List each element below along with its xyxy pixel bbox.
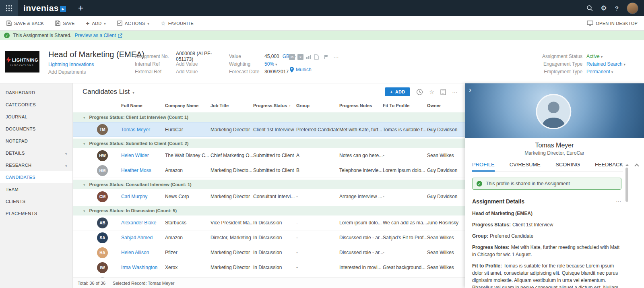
group-header-consultant-interview[interactable]: Progress Status: Consultant Interview (C… <box>73 180 465 189</box>
history-clock-icon[interactable] <box>416 89 423 95</box>
tab-profile[interactable]: PROFILE <box>472 162 495 172</box>
flag-icon[interactable] <box>324 54 328 60</box>
sidebar-item-notepad[interactable]: NOTEPAD <box>0 135 72 147</box>
sidebar-item-categories[interactable]: CATEGORIES <box>0 99 72 111</box>
candidate-row-alexander-blake[interactable]: AB Alexander Blake Starbucks Vice Presid… <box>73 215 465 230</box>
xing-icon[interactable]: x <box>297 54 303 60</box>
sidebar-item-documents[interactable]: DOCUMENTS <box>0 123 72 135</box>
external-link-icon <box>118 33 122 38</box>
column-header-progress-status[interactable]: Progress Status <box>253 103 296 108</box>
scroll-up-arrow[interactable] <box>625 164 629 166</box>
stats-icon[interactable] <box>306 54 312 60</box>
user-avatar[interactable] <box>627 2 638 14</box>
column-header-fit-to-profile[interactable]: Fit To Profile <box>383 103 427 108</box>
candidate-row-heather-moss[interactable]: HM Heather Moss Amazon Marketing Directo… <box>73 163 465 178</box>
add-dropdown-button[interactable]: + ADD <box>86 20 106 26</box>
assignment-status-dropdown[interactable]: Active <box>586 54 625 59</box>
candidate-row-sahjad-ahmed[interactable]: SA Sahjad Ahmed Amazon Director, Marketi… <box>73 230 465 245</box>
add-candidate-button[interactable]: +ADD <box>385 87 410 96</box>
tab-feedback[interactable]: FEEDBACK <box>595 162 623 172</box>
preview-as-client-link[interactable]: Preview as a Client <box>74 33 122 38</box>
candidate-row-carl-murphy[interactable]: CM Carl Murphy News Corp Marketing Direc… <box>73 189 465 204</box>
weighting-label: Weighting <box>229 61 264 67</box>
actions-dropdown-button[interactable]: ACTIONS <box>117 21 149 26</box>
help-icon[interactable]: ? <box>615 5 619 12</box>
search-icon[interactable] <box>586 5 593 11</box>
favourites-star-icon[interactable] <box>429 89 434 95</box>
column-header-group[interactable]: Group <box>296 103 339 108</box>
employment-type-dropdown[interactable]: Permanent <box>586 69 625 75</box>
panel-scrollbar[interactable] <box>625 163 629 288</box>
candidate-row-irma-washington[interactable]: IW Irma Washington Xerox Marketing Direc… <box>73 260 465 275</box>
column-header-full-name[interactable]: Full Name <box>121 103 165 108</box>
more-icons-button[interactable] <box>333 54 339 60</box>
candidate-name-link[interactable]: Helen Allison <box>121 250 165 255</box>
sidebar-item-research[interactable]: RESEARCH <box>0 159 72 171</box>
candidate-name-link[interactable]: Sahjad Ahmed <box>121 235 165 240</box>
profile-tabs: PROFILE CV/RESUME SCORING FEEDBACK <box>472 161 623 172</box>
client-company-link[interactable]: Lightning Innovations <box>48 62 144 67</box>
internal-ref-add-value[interactable]: Add Value <box>176 61 229 67</box>
save-button[interactable]: SAVE <box>55 21 74 26</box>
profile-progress-notes: Progress Notes:Met with Kate, further me… <box>472 244 621 258</box>
column-header-job-title[interactable]: Job Title <box>211 103 253 108</box>
candidate-name-link[interactable]: Carl Murphy <box>121 194 165 199</box>
tab-cv-resume[interactable]: CV/RESUME <box>510 162 541 172</box>
candidate-name-link[interactable]: Helen Wilder <box>121 153 165 158</box>
engagement-type-dropdown[interactable]: Retained Search <box>586 61 625 67</box>
location-link[interactable]: Munich <box>290 67 312 73</box>
record-toolbar: SAVE & BACK SAVE + ADD ACTIONS FAVOURITE… <box>0 16 644 31</box>
candidate-name-link[interactable]: Tomas Meyer <box>121 127 165 133</box>
chevron-up-icon[interactable] <box>634 164 639 168</box>
location-pin-icon <box>290 67 294 73</box>
column-header-owner[interactable]: Owner <box>427 103 465 108</box>
value-amount[interactable]: 45,000 <box>264 54 279 59</box>
candidate-name-link[interactable]: Heather Moss <box>121 168 165 173</box>
sidebar-item-journal[interactable]: JOURNAL <box>0 111 72 123</box>
collapse-panel-icon[interactable] <box>469 86 471 94</box>
group-header-in-discussion[interactable]: Progress Status: In Discussion (Count: 5… <box>73 206 465 215</box>
candidate-avatar: TM <box>97 124 108 135</box>
sidebar-item-details[interactable]: DETAILS <box>0 147 72 159</box>
column-label: Fit To Profile <box>383 103 409 108</box>
tab-scoring[interactable]: SCORING <box>555 162 580 172</box>
candidate-name-link[interactable]: Alexander Blake <box>121 220 165 226</box>
weighting-dropdown[interactable]: 50% <box>264 61 313 67</box>
sidebar-item-candidates[interactable]: CANDIDATES <box>0 171 72 183</box>
sidebar-item-dashboard[interactable]: DASHBOARD <box>0 87 72 99</box>
external-ref-add-value[interactable]: Add Value <box>176 69 229 75</box>
sidebar-item-placements[interactable]: PLACEMENTS <box>0 207 72 220</box>
group-header-submitted-to-client[interactable]: Progress Status: Submitted to Client (Co… <box>73 139 465 148</box>
notes-list-icon[interactable] <box>440 89 446 95</box>
owner-cell: Sean Wilkes <box>427 235 465 240</box>
quick-add-button[interactable]: + <box>78 4 83 13</box>
open-in-desktop-button[interactable]: OPEN IN DESKTOP <box>587 21 638 26</box>
favourite-button[interactable]: FAVOURITE <box>161 20 194 27</box>
candidate-preview-panel: Tomas Meyer Marketing Director, EuroCar … <box>465 83 644 288</box>
app-launcher-button[interactable] <box>0 0 18 16</box>
group-header-label: Progress Status: Client 1st Interview (C… <box>89 115 188 120</box>
profile-avatar <box>536 94 571 129</box>
group-header-client-1st-interview[interactable]: Progress Status: Client 1st Interview (C… <box>73 112 465 122</box>
column-header-progress-notes[interactable]: Progress Notes <box>339 103 383 108</box>
candidate-row-helen-allison[interactable]: HA Helen Allison Pfizer Marketing Direct… <box>73 245 465 260</box>
candidate-row-tomas-meyer[interactable]: TM Tomas Meyer EuroCar Marketing Directo… <box>73 122 465 137</box>
document-icon[interactable] <box>314 54 319 60</box>
plus-icon: + <box>86 20 89 26</box>
candidate-name-link[interactable]: Irma Washington <box>121 265 165 270</box>
list-title-dropdown[interactable]: Candidates List <box>83 88 134 96</box>
section-more-button[interactable] <box>616 197 621 206</box>
sidebar-item-team[interactable]: TEAM <box>0 183 72 195</box>
sidebar-item-clients[interactable]: CLIENTS <box>0 195 72 207</box>
column-header-company-name[interactable]: Company Name <box>165 103 211 108</box>
scrollbar-thumb[interactable] <box>625 168 628 202</box>
star-icon <box>161 20 166 27</box>
invenias-logo[interactable]: invenias ▶ <box>23 3 66 13</box>
more-options-button[interactable] <box>452 89 458 95</box>
linkedin-icon[interactable]: in <box>289 54 295 60</box>
candidate-row-helen-wilder[interactable]: HW Helen Wilder The Walt Disney C... Chi… <box>73 148 465 163</box>
topbar-actions: ⚙ ? <box>586 2 644 14</box>
add-departments-link[interactable]: Add Departments <box>48 69 144 75</box>
save-and-back-button[interactable]: SAVE & BACK <box>6 21 44 26</box>
settings-gear-icon[interactable]: ⚙ <box>601 4 607 12</box>
